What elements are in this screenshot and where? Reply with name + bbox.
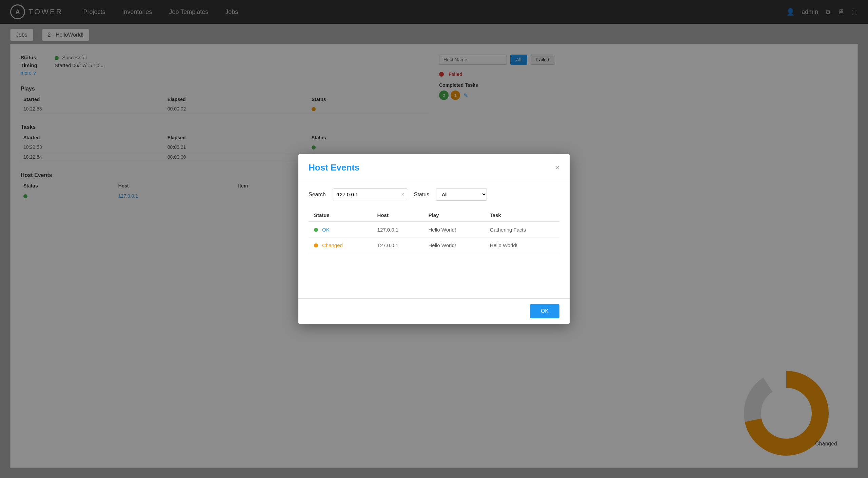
row-play-0: Hello World!: [423, 222, 485, 238]
search-label: Search: [309, 192, 326, 198]
modal-status-select[interactable]: All OK Changed Failed Unreachable Skippe…: [436, 188, 487, 201]
ok-label: OK: [322, 227, 330, 233]
row-task-1: Hello World!: [485, 238, 559, 253]
modal-ok-button[interactable]: OK: [530, 304, 559, 318]
col-status: Status: [309, 209, 372, 222]
table-row: Changed 127.0.0.1 Hello World! Hello Wor…: [309, 238, 559, 253]
row-task-0: Gathering Facts: [485, 222, 559, 238]
row-host-1: 127.0.0.1: [372, 238, 423, 253]
modal-close-button[interactable]: ×: [555, 164, 559, 172]
changed-label: Changed: [322, 242, 343, 248]
col-play: Play: [423, 209, 485, 222]
search-clear-button[interactable]: ×: [401, 192, 404, 198]
modal-search-row: Search × Status All OK Changed Failed Un…: [309, 188, 559, 201]
modal-footer: OK: [298, 298, 570, 324]
modal-body: Search × Status All OK Changed Failed Un…: [298, 180, 570, 298]
table-row: OK 127.0.0.1 Hello World! Gathering Fact…: [309, 222, 559, 238]
modal-title: Host Events: [309, 162, 359, 173]
search-input-wrap: ×: [333, 188, 407, 200]
row-status-ok: OK: [309, 222, 372, 238]
host-events-modal: Host Events × Search × Status All OK Cha…: [298, 154, 570, 324]
col-task: Task: [485, 209, 559, 222]
row-status-changed: Changed: [309, 238, 372, 253]
ok-dot: [314, 228, 318, 232]
col-host: Host: [372, 209, 423, 222]
modal-search-input[interactable]: [333, 188, 407, 200]
modal-header: Host Events ×: [298, 154, 570, 180]
changed-dot: [314, 243, 318, 247]
modal-status-label: Status: [414, 192, 429, 198]
row-host-0: 127.0.0.1: [372, 222, 423, 238]
modal-overlay: Host Events × Search × Status All OK Cha…: [0, 0, 868, 478]
events-table: Status Host Play Task OK: [309, 209, 559, 253]
row-play-1: Hello World!: [423, 238, 485, 253]
